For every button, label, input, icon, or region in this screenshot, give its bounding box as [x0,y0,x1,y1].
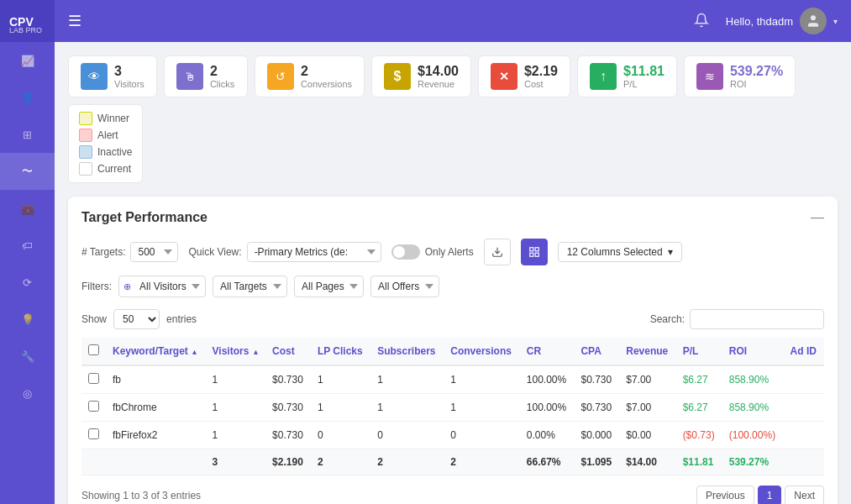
cell-ad-id [784,422,824,449]
download-button[interactable] [484,239,511,265]
filter-offers-select[interactable]: All Offers [370,276,439,297]
conversions-label: Conversions [301,79,352,89]
cell-keyword: fbFirefox2 [106,422,206,449]
history-icon: ⟳ [23,276,32,289]
sidebar-item-analytics[interactable]: 〜 [0,153,55,190]
topnav: ☰ Hello, thdadm ▾ [55,0,851,42]
targets-label: # Targets: [81,246,125,258]
filters-label: Filters: [81,281,112,292]
th-subscribers[interactable]: Subscribers [370,338,444,365]
th-visitors[interactable]: Visitors ▴ [206,338,266,365]
th-conversions[interactable]: Conversions [444,338,520,365]
sidebar-item-user[interactable]: 👤 [0,79,55,116]
row-checkbox-1[interactable] [88,401,99,412]
th-cost[interactable]: Cost [265,338,311,365]
conversions-text: 2 Conversions [301,64,352,89]
th-pl[interactable]: P/L [676,338,722,365]
user-menu[interactable]: Hello, thdadm ▾ [726,8,838,34]
next-button[interactable]: Next [785,486,824,504]
sidebar-item-history[interactable]: ⟳ [0,264,55,301]
sidebar-item-bulb[interactable]: 💡 [0,301,55,338]
sidebar-item-grid[interactable]: ⊞ [0,116,55,153]
sort-visitors-icon: ▴ [254,348,258,356]
logo[interactable]: CPV LAB PRO [0,0,55,42]
cell-cpa: $0.000 [574,422,619,449]
select-all-header [81,338,106,365]
filter-visitors-select[interactable]: All Visitors [118,276,206,297]
content-area: 👁 3 Visitors 🖱 2 Clicks ↺ 2 Conversions [55,42,851,504]
cell-keyword: fbChrome [106,394,206,422]
main-area: ☰ Hello, thdadm ▾ 👁 3 [55,0,851,504]
row-checkbox-0[interactable] [88,373,99,384]
previous-button[interactable]: Previous [696,486,754,504]
notifications-icon[interactable] [694,13,709,30]
sidebar-item-target[interactable]: ◎ [0,375,55,412]
table-row: fbFirefox2 1 $0.730 0 0 0 0.00% $0.000 $… [81,422,824,449]
collapse-button[interactable]: — [811,210,824,225]
inactive-swatch [79,145,92,159]
stat-pl: ↑ $11.81 P/L [577,55,677,97]
revenue-label: Revenue [418,79,459,89]
th-cr[interactable]: CR [520,338,575,365]
th-roi[interactable]: ROI [722,338,784,365]
stat-cost: ✕ $2.19 Cost [478,55,570,97]
revenue-text: $14.00 Revenue [418,64,459,89]
cell-subscribers: 1 [370,394,444,422]
quickview-select[interactable]: -Primary Metrics (de: All Metrics Custom [247,242,381,262]
stat-conversions: ↺ 2 Conversions [255,55,365,97]
stat-visitors: 👁 3 Visitors [68,55,157,97]
th-ad-id[interactable]: Ad ID [784,338,824,365]
th-lp-clicks[interactable]: LP Clicks [311,338,370,365]
columns-button[interactable]: 12 Columns Selected ▾ [558,242,682,262]
filter-targets-select[interactable]: All Targets [213,276,287,297]
totals-roi: 539.27% [722,449,784,475]
filter-pages-select[interactable]: All Pages [294,276,364,297]
sidebar-item-chart[interactable]: 📈 [0,42,55,79]
cost-text: $2.19 Cost [524,64,558,89]
columns-chevron-icon: ▾ [668,246,673,258]
cell-conversions: 0 [444,422,520,449]
revenue-number: $14.00 [418,64,459,79]
cell-revenue: $0.00 [619,422,675,449]
sort-keyword-icon: ▴ [192,348,197,356]
only-alerts-toggle[interactable] [391,244,420,260]
targets-select[interactable]: 500 100 250 1000 [130,242,178,262]
cell-cpa: $0.730 [574,394,619,422]
legend-current: Current [79,162,132,176]
filter1-icon: ⊕ [123,281,131,292]
page-1-button[interactable]: 1 [758,486,782,504]
totals-subscribers: 2 [370,449,444,475]
user-icon: 👤 [21,92,34,104]
inactive-label: Inactive [97,146,132,158]
entries-select[interactable]: 50 25 100 [113,309,160,329]
th-cpa[interactable]: CPA [574,338,619,365]
wrench-icon: 🔧 [21,350,34,363]
sidebar-item-wrench[interactable]: 🔧 [0,338,55,375]
row-checkbox-cell [81,422,106,449]
visitors-label: Visitors [114,79,144,89]
svg-point-2 [811,15,816,20]
cell-subscribers: 1 [370,365,444,394]
roi-text: 539.27% ROI [730,64,783,89]
select-all-checkbox[interactable] [88,344,99,355]
table-header-row: Keyword/Target ▴ Visitors ▴ Cost LP Clic… [81,338,824,365]
hamburger-button[interactable]: ☰ [68,12,81,30]
totals-revenue: $14.00 [619,449,675,475]
cell-cost: $0.730 [265,422,311,449]
legend-winner: Winner [79,112,132,125]
totals-conversions: 2 [444,449,520,475]
sidebar-item-briefcase[interactable]: 💼 [0,190,55,227]
th-revenue[interactable]: Revenue [619,338,675,365]
settings-view-button[interactable] [521,239,548,265]
totals-keyword [106,449,206,475]
conversions-number: 2 [301,64,352,79]
sidebar-item-tag[interactable]: 🏷 [0,227,55,264]
cell-ad-id [784,394,824,422]
row-checkbox-2[interactable] [88,428,99,439]
totals-cr: 66.67% [520,449,575,475]
th-keyword[interactable]: Keyword/Target ▴ [106,338,206,365]
filters-row: Filters: ⊕ All Visitors All Targets All … [81,276,824,297]
search-input[interactable] [690,309,824,329]
table-row: fb 1 $0.730 1 1 1 100.00% $0.730 $7.00 $… [81,365,824,394]
table-row: fbChrome 1 $0.730 1 1 1 100.00% $0.730 $… [81,394,824,422]
